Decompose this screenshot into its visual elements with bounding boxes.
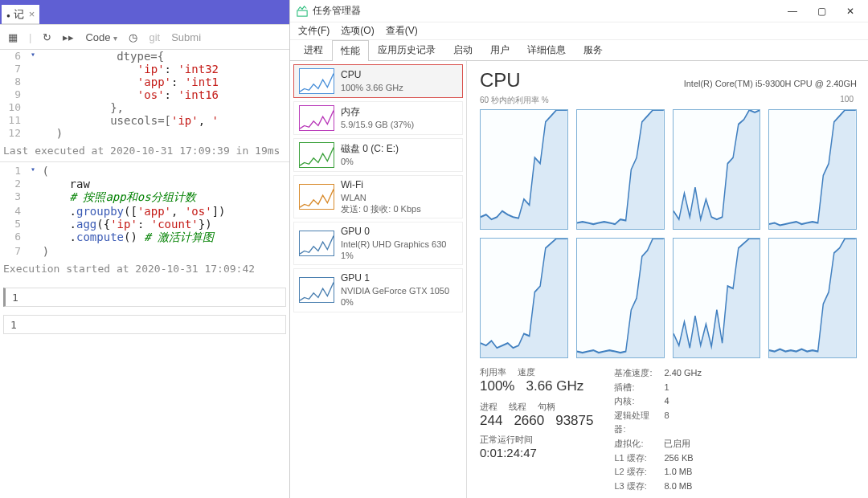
cpu-core-chart-0 xyxy=(480,109,568,230)
sidebar-item-磁盘 0 (c: e:)[interactable]: 磁盘 0 (C: E:)0% xyxy=(293,138,463,172)
cpu-core-chart-6 xyxy=(673,238,761,358)
sidebar-item-wi-fi[interactable]: Wi-FiWLAN发送: 0 接收: 0 Kbps xyxy=(293,175,463,218)
code-cell-2[interactable]: 1▾ ( 2 raw 3 # 按照app和os分组计数 4 .groupby([… xyxy=(0,165,289,258)
cpu-core-chart-4 xyxy=(480,238,568,358)
spec-row: L1 缓存:256 KB xyxy=(614,451,701,466)
tab-processes[interactable]: 进程 xyxy=(295,39,332,60)
tab-performance[interactable]: 性能 xyxy=(332,40,369,61)
axis-left-label: 60 秒内的利用率 % xyxy=(480,95,549,106)
stat-block-util-speed: 利用率速度 100%3.66 GHz 进程线程句柄 244266093875 正… xyxy=(480,366,593,493)
sidebar-item-text: 内存5.9/15.9 GB (37%) xyxy=(341,106,414,130)
spec-row: 插槽:1 xyxy=(614,381,701,395)
tab-users[interactable]: 用户 xyxy=(481,39,518,60)
cpu-model: Intel(R) Core(TM) i5-9300H CPU @ 2.40GH xyxy=(684,79,857,88)
cpu-core-chart-1 xyxy=(576,109,665,230)
menu-view[interactable]: 查看(V) xyxy=(386,24,418,38)
titlebar[interactable]: 任务管理器 — ▢ ✕ xyxy=(290,0,868,22)
submit-button[interactable]: Submi xyxy=(171,31,201,43)
tab-bar: 进程 性能 应用历史记录 启动 用户 详细信息 服务 xyxy=(290,40,868,61)
mini-graph-icon xyxy=(299,184,334,210)
window-title: 任务管理器 xyxy=(313,4,361,18)
clock-icon[interactable]: ◷ xyxy=(129,31,137,43)
cpu-core-chart-2 xyxy=(673,109,761,230)
minimize-button[interactable]: — xyxy=(778,2,807,21)
git-label: git xyxy=(149,31,160,43)
jupyter-editor: 记× ▦ | ↻ ▸▸ Code ◷ git Submi 6▾ dtype={ … xyxy=(0,0,289,498)
cpu-heading: CPU xyxy=(480,69,521,92)
spec-row: L2 缓存:1.0 MB xyxy=(614,465,701,480)
editor-tab[interactable]: 记× xyxy=(2,5,39,24)
spec-row: 逻辑处理器:8 xyxy=(614,409,701,437)
svg-rect-0 xyxy=(297,10,307,16)
sidebar-item-gpu 1[interactable]: GPU 1NVIDIA GeForce GTX 10500% xyxy=(293,268,463,312)
sidebar-item-text: Wi-FiWLAN发送: 0 接收: 0 Kbps xyxy=(341,179,421,214)
mini-graph-icon xyxy=(299,142,334,168)
cpu-core-charts xyxy=(480,109,857,358)
spec-row: 内核:4 xyxy=(614,394,701,409)
sidebar-item-gpu 0[interactable]: GPU 0Intel(R) UHD Graphics 6301% xyxy=(293,222,463,265)
maximize-button[interactable]: ▢ xyxy=(807,2,836,21)
spec-row: 虚拟化:已启用 xyxy=(614,437,701,451)
restart-icon[interactable]: ↻ xyxy=(43,31,51,43)
exec-status-2: Execution started at 2020-10-31 17:09:42 xyxy=(0,258,289,280)
tab-app-history[interactable]: 应用历史记录 xyxy=(369,39,444,60)
tab-startup[interactable]: 启动 xyxy=(444,39,481,60)
perf-sidebar: CPU100% 3.66 GHz内存5.9/15.9 GB (37%)磁盘 0 … xyxy=(290,61,467,498)
cpu-core-chart-5 xyxy=(576,238,665,358)
run-fast-icon[interactable]: ▸▸ xyxy=(63,31,74,43)
close-button[interactable]: ✕ xyxy=(836,2,865,21)
spec-row: 基准速度:2.40 GHz xyxy=(614,366,701,381)
sidebar-item-内存[interactable]: 内存5.9/15.9 GB (37%) xyxy=(293,101,463,135)
exec-status-1: Last executed at 2020-10-31 17:09:39 in … xyxy=(0,140,289,161)
sidebar-item-text: CPU100% 3.66 GHz xyxy=(341,69,403,93)
sidebar-item-text: 磁盘 0 (C: E:)0% xyxy=(341,143,399,167)
cell-type-select[interactable]: Code xyxy=(85,31,117,43)
cpu-panel: CPU Intel(R) Core(TM) i5-9300H CPU @ 2.4… xyxy=(467,61,868,498)
save-icon[interactable]: ▦ xyxy=(8,31,18,43)
sidebar-item-text: GPU 0Intel(R) UHD Graphics 6301% xyxy=(341,226,446,261)
uptime-value: 0:01:24:47 xyxy=(480,446,593,459)
menubar: 文件(F) 选项(O) 查看(V) xyxy=(290,22,868,40)
mini-graph-icon xyxy=(299,68,334,94)
cpu-spec-table: 基准速度:2.40 GHz插槽:1内核:4逻辑处理器:8虚拟化:已启用L1 缓存… xyxy=(614,366,701,493)
output-cell: 1 xyxy=(3,288,286,307)
sidebar-item-text: GPU 1NVIDIA GeForce GTX 10500% xyxy=(341,272,449,308)
cpu-core-chart-7 xyxy=(768,238,857,358)
axis-right-label: 100 xyxy=(840,95,854,106)
task-manager-window: 任务管理器 — ▢ ✕ 文件(F) 选项(O) 查看(V) 进程 性能 应用历史… xyxy=(289,0,868,498)
app-icon xyxy=(297,6,308,17)
uptime-label: 正常运行时间 xyxy=(480,435,533,444)
mini-graph-icon xyxy=(299,105,334,131)
tab-services[interactable]: 服务 xyxy=(575,39,612,60)
menu-options[interactable]: 选项(O) xyxy=(341,24,374,38)
mini-graph-icon xyxy=(299,277,334,303)
tab-details[interactable]: 详细信息 xyxy=(518,39,575,60)
menu-file[interactable]: 文件(F) xyxy=(298,24,330,38)
output-cell: 1 xyxy=(3,315,286,334)
editor-toolbar: ▦ | ↻ ▸▸ Code ◷ git Submi xyxy=(0,24,289,50)
spec-row: L3 缓存:8.0 MB xyxy=(614,480,701,494)
close-icon[interactable]: × xyxy=(29,8,35,20)
editor-tab-strip: 记× xyxy=(0,0,289,24)
sidebar-item-cpu[interactable]: CPU100% 3.66 GHz xyxy=(293,64,463,98)
code-cell-1[interactable]: 6▾ dtype={ 7 'ip': 'int32 8 'app': 'int1… xyxy=(0,50,289,140)
mini-graph-icon xyxy=(299,231,334,256)
cpu-core-chart-3 xyxy=(768,109,857,230)
